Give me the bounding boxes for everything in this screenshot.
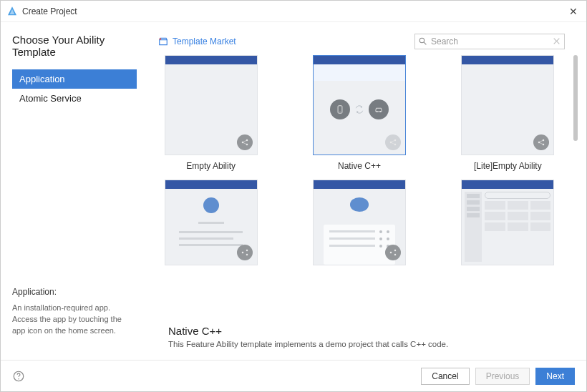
scrollbar[interactable] [573,55,578,141]
clear-search-icon[interactable] [552,36,561,46]
titlebar: Create Project ✕ [1,1,586,22]
svg-line-9 [243,141,246,142]
template-card-row2-c[interactable] [455,180,561,265]
sidebar: Choose Your Ability Template Application… [1,22,144,360]
phone-icon [330,99,350,119]
main-toolbar: Template Market [158,34,581,49]
detail-desc: This Feature Ability template implements… [168,340,563,348]
template-label: [Lite]Empty Ability [474,161,542,171]
svg-rect-0 [160,40,168,45]
previous-button: Previous [475,368,530,385]
search-input[interactable] [414,34,565,49]
next-button[interactable]: Next [535,368,575,385]
sidebar-item-atomic-service[interactable]: Atomic Service [12,89,137,108]
close-button[interactable]: ✕ [566,6,581,17]
search-container [414,34,565,49]
template-market-label: Template Market [173,36,236,46]
svg-point-8 [246,144,248,146]
svg-point-34 [18,378,19,380]
template-grid: Empty Ability Native C++ [158,55,581,265]
template-detail: Native C++ This Feature Ability template… [158,318,581,354]
template-label: Native C++ [338,161,381,171]
svg-point-19 [394,144,397,146]
svg-point-7 [246,139,248,142]
template-card-native-cpp[interactable]: Native C++ [306,55,412,171]
svg-point-18 [394,139,397,142]
template-market-link[interactable]: Template Market [158,36,236,46]
template-card-empty-ability[interactable]: Empty Ability [158,55,263,171]
template-grid-viewport: Empty Ability Native C++ [158,55,581,318]
svg-line-20 [392,141,394,142]
svg-rect-1 [160,38,161,39]
svg-line-10 [243,143,246,144]
template-label: Empty Ability [186,161,236,171]
svg-point-12 [339,112,340,112]
svg-point-23 [543,139,545,142]
sync-icon [354,104,364,114]
help-icon[interactable] [12,370,25,383]
car-icon [369,99,389,119]
sidebar-item-application[interactable]: Application [12,69,137,89]
share-icon [533,134,549,150]
footer: Cancel Previous Next [1,360,586,391]
svg-point-32 [394,254,397,256]
svg-line-26 [540,143,543,144]
share-icon [237,245,253,260]
template-card-lite-empty-ability[interactable]: [Lite]Empty Ability [455,55,561,171]
window-title: Create Project [22,6,566,16]
svg-point-15 [377,111,378,112]
svg-point-29 [246,254,248,256]
share-icon [385,134,401,150]
svg-point-30 [390,252,392,254]
share-icon [385,245,401,260]
main-panel: Template Market Empty Ability [144,22,586,360]
svg-point-24 [543,144,545,146]
svg-line-21 [392,143,394,144]
search-icon [418,36,427,46]
template-card-row2-a[interactable] [158,180,263,265]
svg-line-3 [424,42,426,44]
template-card-row2-b[interactable] [306,180,412,265]
share-icon [237,134,253,150]
sidebar-description: Application: An installation-required ap… [12,287,144,348]
content-area: Choose Your Ability Template Application… [1,22,586,360]
cancel-button[interactable]: Cancel [421,368,469,385]
market-icon [158,36,168,46]
sidebar-desc-title: Application: [12,287,132,297]
app-logo-icon [6,6,18,17]
svg-point-16 [379,111,381,112]
sidebar-desc-body: An installation-required app. Access the… [12,303,132,337]
detail-name: Native C++ [168,325,563,337]
svg-point-27 [241,252,243,254]
page-heading: Choose Your Ability Template [12,34,144,58]
svg-point-28 [246,250,248,252]
svg-point-2 [419,38,425,43]
svg-point-31 [394,250,397,252]
svg-line-25 [540,141,543,142]
